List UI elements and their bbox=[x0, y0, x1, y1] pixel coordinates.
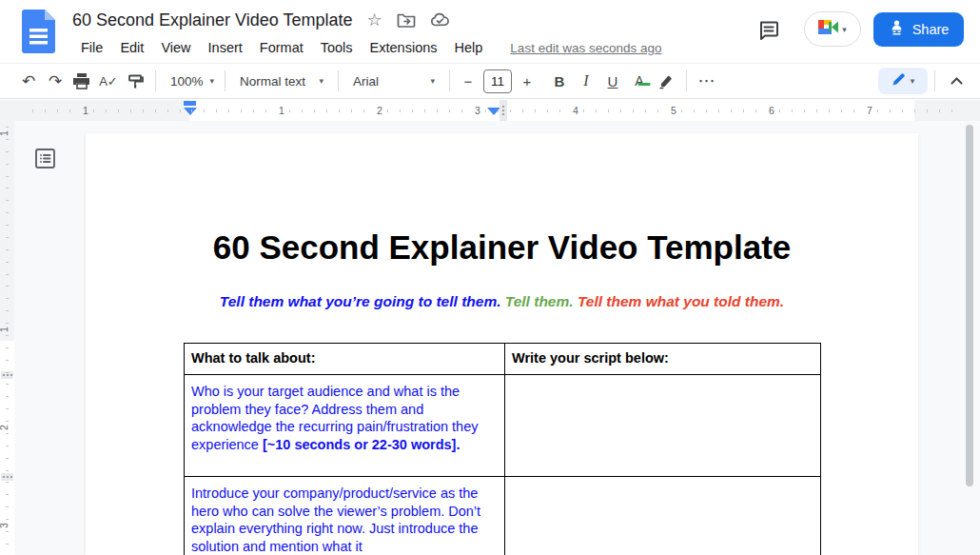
left-indent-marker[interactable] bbox=[184, 108, 197, 115]
cloud-saved-icon[interactable] bbox=[430, 12, 450, 28]
editing-mode-button[interactable]: ▾ bbox=[878, 68, 928, 94]
ruler-tick bbox=[779, 109, 780, 112]
ruler-tick bbox=[6, 347, 9, 348]
menu-view[interactable]: View bbox=[152, 37, 199, 58]
ruler-tick bbox=[939, 109, 940, 112]
document-page[interactable]: 60 Second Explainer Video Template Tell … bbox=[86, 133, 918, 555]
ruler-tick bbox=[6, 212, 9, 213]
ruler-tick bbox=[829, 109, 830, 112]
paragraph-styles-select[interactable]: Normal text▾ bbox=[232, 68, 331, 94]
font-size-input[interactable]: 11 bbox=[483, 69, 512, 93]
italic-button[interactable]: I bbox=[573, 68, 599, 94]
ruler-tick bbox=[6, 408, 9, 409]
menu-extensions[interactable]: Extensions bbox=[362, 37, 446, 58]
ruler-tick bbox=[6, 458, 9, 459]
ruler-tick bbox=[6, 494, 9, 495]
document-outline-icon[interactable] bbox=[31, 145, 58, 171]
ruler-tick bbox=[6, 531, 9, 532]
star-icon[interactable]: ☆ bbox=[367, 11, 382, 29]
ruler-tick bbox=[412, 109, 413, 112]
spell-check-icon[interactable]: A✓ bbox=[95, 68, 122, 94]
paint-format-icon[interactable] bbox=[122, 68, 148, 94]
ruler-number: 4 bbox=[573, 105, 578, 116]
ruler-tick bbox=[314, 109, 315, 112]
undo-button[interactable]: ↶ bbox=[15, 68, 42, 94]
increase-font-size-button[interactable]: + bbox=[516, 68, 539, 94]
ruler-tick bbox=[69, 109, 70, 112]
ruler-tick bbox=[608, 109, 609, 112]
title-area: 60 Second Explainer Video Template ☆ bbox=[72, 9, 661, 60]
ruler-number: 1 bbox=[83, 105, 88, 116]
google-docs-logo-icon[interactable] bbox=[22, 10, 55, 53]
join-meet-button[interactable]: ▾ bbox=[804, 11, 861, 47]
ruler-tick bbox=[535, 109, 536, 112]
ruler-tick bbox=[302, 109, 303, 112]
ruler-tick bbox=[731, 109, 732, 112]
col-header-write-your-script[interactable]: Write your script below: bbox=[505, 344, 821, 375]
ruler-tick bbox=[877, 109, 878, 112]
redo-button[interactable]: ↷ bbox=[42, 68, 69, 94]
document-title[interactable]: 60 Second Explainer Video Template bbox=[72, 10, 353, 30]
table-column-handle[interactable] bbox=[500, 100, 507, 121]
hide-menus-button[interactable] bbox=[942, 68, 970, 94]
font-family-select[interactable]: Arial▾ bbox=[345, 68, 442, 94]
horizontal-ruler[interactable]: 11234567 bbox=[0, 100, 980, 121]
google-meet-icon bbox=[818, 20, 838, 38]
ruler-tick bbox=[6, 433, 9, 434]
first-line-indent-marker[interactable] bbox=[184, 101, 196, 106]
ruler-tick bbox=[216, 109, 217, 112]
ruler-number: 7 bbox=[867, 105, 872, 116]
underline-button[interactable]: U bbox=[599, 68, 626, 94]
text-color-button[interactable]: A bbox=[626, 68, 653, 94]
more-options-button[interactable]: ⋯ bbox=[694, 68, 720, 94]
ruler-tick bbox=[253, 109, 254, 112]
col-header-what-to-talk-about[interactable]: What to talk about: bbox=[185, 344, 505, 375]
table-row-handle[interactable] bbox=[1, 473, 13, 481]
cell-what-to-talk-about[interactable]: Who is your target audience and what is … bbox=[185, 375, 505, 477]
menu-file[interactable]: File bbox=[72, 37, 111, 58]
toolbar-divider bbox=[338, 70, 339, 91]
ruler-tick bbox=[596, 109, 597, 112]
move-to-folder-icon[interactable] bbox=[397, 12, 416, 28]
ruler-tick bbox=[167, 109, 168, 112]
ruler-tick bbox=[6, 396, 9, 397]
vertical-scrollbar[interactable] bbox=[966, 125, 973, 486]
cell-script[interactable] bbox=[505, 477, 821, 555]
ruler-tick bbox=[6, 384, 9, 385]
vertical-ruler[interactable]: 1123 bbox=[0, 121, 14, 555]
menu-format[interactable]: Format bbox=[251, 37, 312, 58]
menu-insert[interactable]: Insert bbox=[200, 37, 251, 58]
ruler-tick bbox=[6, 421, 9, 422]
ruler-tick bbox=[351, 109, 352, 112]
ruler-tick bbox=[6, 470, 9, 471]
doc-heading[interactable]: 60 Second Explainer Video Template bbox=[86, 228, 918, 267]
ruler-number: 3 bbox=[0, 523, 10, 528]
bold-button[interactable]: B bbox=[546, 68, 573, 94]
open-comments-button[interactable] bbox=[755, 16, 783, 45]
ruler-tick bbox=[437, 109, 438, 112]
menu-help[interactable]: Help bbox=[446, 37, 492, 58]
menu-edit[interactable]: Edit bbox=[111, 37, 152, 58]
ruler-tick bbox=[461, 109, 462, 112]
ruler-tick bbox=[118, 109, 119, 112]
print-icon[interactable] bbox=[69, 68, 95, 94]
ruler-tick bbox=[180, 109, 181, 112]
cell-script[interactable] bbox=[505, 375, 821, 477]
top-bar: 60 Second Explainer Video Template ☆ bbox=[0, 0, 980, 63]
cell-what-to-talk-about[interactable]: Introduce your company/product/service a… bbox=[185, 477, 505, 555]
highlight-color-icon[interactable] bbox=[653, 68, 679, 94]
menu-tools[interactable]: Tools bbox=[312, 37, 362, 58]
ruler-tick bbox=[6, 372, 9, 373]
decrease-font-size-button[interactable]: − bbox=[457, 68, 480, 94]
zoom-select[interactable]: 100%▾ bbox=[163, 68, 218, 94]
last-edit-link[interactable]: Last edit was seconds ago bbox=[510, 41, 661, 55]
ruler-number: 6 bbox=[769, 105, 774, 116]
ruler-tick bbox=[387, 109, 388, 112]
ruler-tick bbox=[559, 109, 560, 112]
ruler-page-area bbox=[189, 100, 914, 121]
subtitle-segment: Tell them what you’re going to tell them… bbox=[220, 293, 505, 309]
meet-caret-icon: ▾ bbox=[842, 25, 847, 34]
ruler-tick bbox=[6, 262, 9, 263]
doc-subtitle[interactable]: Tell them what you’re going to tell them… bbox=[86, 293, 918, 310]
share-button[interactable]: Share bbox=[873, 12, 964, 47]
